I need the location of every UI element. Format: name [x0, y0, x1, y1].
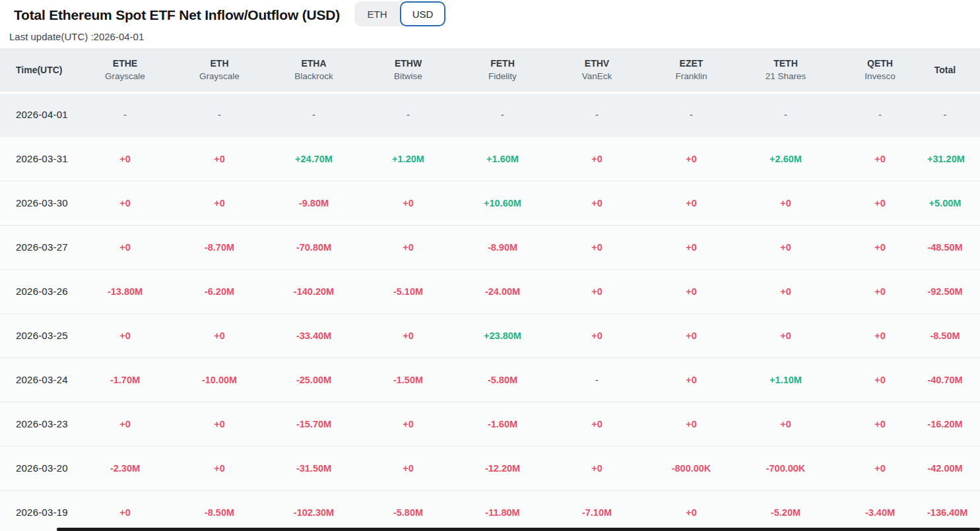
value-cell-eth: - — [172, 92, 267, 137]
value-cell-ethv: - — [550, 92, 644, 137]
value-cell-ezet: +0 — [644, 402, 738, 446]
value-cell-qeth: -3.40M — [833, 490, 927, 531]
date-cell: 2026-03-30 — [0, 181, 78, 225]
value-cell-ethv: +0 — [550, 402, 644, 446]
issuer-label: Fidelity — [455, 71, 550, 83]
column-header-ethe: ETHEGrayscale — [78, 48, 172, 92]
value-cell-feth: -8.90M — [455, 225, 550, 269]
value-cell-ezet: -800.00K — [644, 446, 738, 490]
value-cell-etha: -25.00M — [267, 358, 361, 402]
total-cell: +31.20M — [927, 137, 980, 181]
table-row: 2026-04-01---------- — [0, 92, 980, 137]
ticker-label: TETH — [738, 57, 833, 71]
value-cell-feth: +23.80M — [455, 313, 550, 358]
column-header-etha: ETHABlackrock — [267, 48, 361, 92]
value-cell-etha: -31.50M — [267, 446, 361, 490]
value-cell-ethv: +0 — [550, 137, 644, 181]
value-cell-feth: -24.00M — [455, 269, 550, 313]
value-cell-feth: +10.60M — [455, 181, 550, 225]
date-cell: 2026-03-27 — [0, 225, 78, 269]
total-cell: -48.50M — [927, 225, 980, 269]
value-cell-eth: +0 — [172, 446, 267, 490]
value-cell-ezet: +0 — [644, 313, 738, 358]
value-cell-ethw: +0 — [361, 181, 455, 225]
value-cell-etha: -33.40M — [267, 313, 361, 358]
value-cell-ezet: +0 — [644, 181, 738, 225]
column-header-ethw: ETHWBitwise — [361, 48, 455, 92]
value-cell-teth: +1.10M — [738, 358, 833, 402]
value-cell-ezet: +0 — [644, 269, 738, 313]
value-cell-eth: -6.20M — [172, 269, 267, 313]
value-cell-ethw: - — [361, 92, 455, 137]
column-header-eth: ETHGrayscale — [172, 48, 267, 92]
total-cell: - — [927, 92, 980, 137]
value-cell-feth: -1.60M — [455, 402, 550, 446]
page-header: Total Ethereum Spot ETF Net Inflow/Outfl… — [0, 0, 980, 42]
toggle-eth-button[interactable]: ETH — [354, 1, 400, 26]
value-cell-ethw: +0 — [361, 313, 455, 358]
value-cell-qeth: +0 — [833, 181, 927, 225]
value-cell-ethw: +0 — [361, 402, 455, 446]
value-cell-ethw: -5.10M — [361, 269, 455, 313]
date-cell: 2026-04-01 — [0, 92, 78, 137]
date-cell: 2026-03-25 — [0, 313, 78, 358]
value-cell-eth: -8.50M — [172, 490, 267, 531]
value-cell-ethv: -7.10M — [550, 490, 644, 531]
issuer-label: 21 Shares — [738, 71, 833, 83]
value-cell-ethw: +0 — [361, 446, 455, 490]
date-cell: 2026-03-31 — [0, 137, 78, 181]
ticker-label: ETHV — [550, 57, 644, 71]
value-cell-ezet: - — [644, 92, 738, 137]
date-cell: 2026-03-23 — [0, 402, 78, 446]
value-cell-qeth: - — [833, 92, 927, 137]
total-cell: -92.50M — [927, 269, 980, 313]
value-cell-eth: +0 — [172, 137, 267, 181]
value-cell-ethv: +0 — [550, 225, 644, 269]
ticker-label: ETH — [172, 57, 267, 71]
value-cell-feth: -12.20M — [455, 446, 550, 490]
value-cell-eth: -10.00M — [172, 358, 267, 402]
issuer-label: Blackrock — [267, 71, 361, 83]
table-row: 2026-03-31+0+0+24.70M+1.20M+1.60M+0+0+2.… — [0, 137, 980, 181]
value-cell-teth: +0 — [738, 313, 833, 358]
total-cell: -16.20M — [927, 402, 980, 446]
column-header-qeth: QETHInvesco — [833, 48, 927, 92]
ticker-label: ETHW — [361, 57, 455, 71]
value-cell-ethe: +0 — [78, 313, 172, 358]
value-cell-feth: -5.80M — [455, 358, 550, 402]
total-cell: +5.00M — [927, 181, 980, 225]
value-cell-etha: -9.80M — [267, 181, 361, 225]
issuer-label: Grayscale — [172, 71, 267, 83]
date-cell: 2026-03-20 — [0, 446, 78, 490]
value-cell-ethv: +0 — [550, 269, 644, 313]
value-cell-ethe: +0 — [78, 402, 172, 446]
value-cell-ethv: +0 — [550, 181, 644, 225]
value-cell-qeth: +0 — [833, 225, 927, 269]
value-cell-teth: - — [738, 92, 833, 137]
issuer-label: Franklin — [644, 71, 738, 83]
value-cell-ezet: +0 — [644, 358, 738, 402]
etf-flow-table: Time(UTC) ETHEGrayscaleETHGrayscaleETHAB… — [0, 48, 980, 531]
value-cell-feth: - — [455, 92, 550, 137]
currency-toggle: ETH USD — [354, 1, 445, 26]
value-cell-teth: -700.00K — [738, 446, 833, 490]
toggle-usd-button[interactable]: USD — [400, 1, 445, 26]
column-header-feth: FETHFidelity — [455, 48, 550, 92]
horizontal-scrollbar[interactable] — [57, 528, 980, 531]
total-cell: -8.50M — [927, 313, 980, 358]
value-cell-qeth: +0 — [833, 313, 927, 358]
date-cell: 2026-03-24 — [0, 358, 78, 402]
ticker-label: ETHE — [78, 57, 172, 71]
value-cell-qeth: +0 — [833, 358, 927, 402]
column-header-time: Time(UTC) — [0, 48, 78, 92]
value-cell-teth: +0 — [738, 181, 833, 225]
value-cell-teth: +0 — [738, 269, 833, 313]
table-row: 2026-03-24-1.70M-10.00M-25.00M-1.50M-5.8… — [0, 358, 980, 402]
date-cell: 2026-03-26 — [0, 269, 78, 313]
ticker-label: ETHA — [267, 57, 361, 71]
value-cell-ethv: +0 — [550, 313, 644, 358]
value-cell-ezet: +0 — [644, 490, 738, 531]
table-row: 2026-03-25+0+0-33.40M+0+23.80M+0+0+0+0-8… — [0, 313, 980, 358]
ticker-label: QETH — [833, 57, 927, 71]
value-cell-teth: +2.60M — [738, 137, 833, 181]
